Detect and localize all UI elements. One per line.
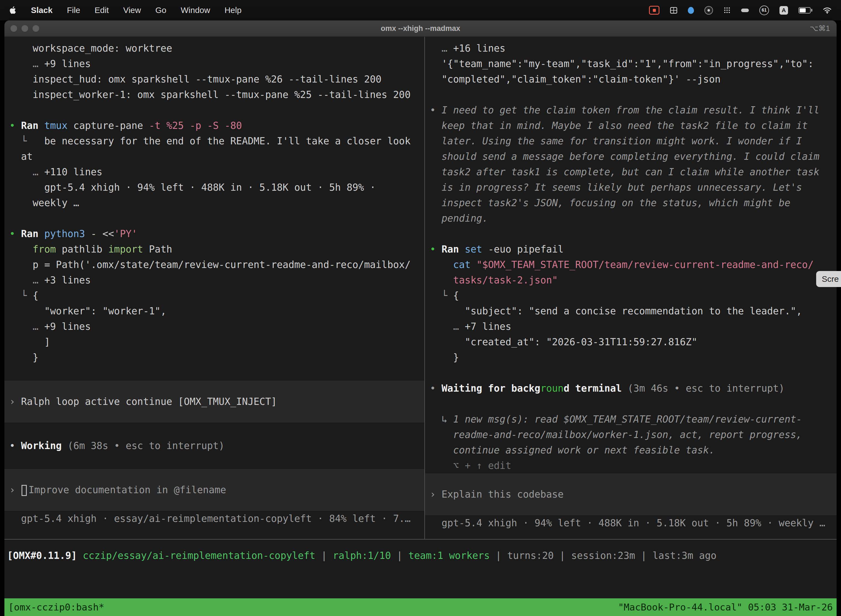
wifi-icon[interactable] [823, 7, 832, 14]
screen: Slack File Edit View Go Window Help 61 A [0, 0, 841, 616]
terminal-line: └ { [4, 288, 424, 303]
terminal-line: • Ran set -euo pipefail [425, 242, 837, 257]
prompt-input-right[interactable]: › Explain this codebase [425, 473, 837, 515]
terminal-line: keep that in mind. Maybe I also need the… [425, 118, 837, 133]
window-grid-icon[interactable] [670, 7, 677, 14]
terminal-line [4, 422, 424, 438]
terminal-line: … +9 lines [4, 319, 424, 334]
session-status-right: gpt-5.4 xhigh · 94% left · 488K in · 5.1… [425, 515, 837, 531]
pill-icon[interactable] [741, 9, 749, 12]
tmux-pane-left[interactable]: workspace_mode: worktree … +9 lines insp… [4, 37, 424, 539]
terminal-line: task2 after task1 is complete, but can I… [425, 164, 837, 180]
battery-icon[interactable] [799, 7, 812, 13]
terminal-line: "completed","claim_token":"claim-token"}… [425, 72, 837, 87]
terminal-line: p = Path('.omx/state/team/review-current… [4, 257, 424, 273]
terminal-line: "subject": "send a concise recommendatio… [425, 303, 837, 319]
left-scrollback: workspace_mode: worktree … +9 lines insp… [4, 41, 424, 381]
terminal-line: weekly … [4, 195, 424, 211]
apple-menu-icon[interactable] [9, 6, 16, 14]
close-button[interactable] [10, 25, 17, 32]
terminal-line: "worker": "worker-1", [4, 303, 424, 319]
terminal-window: omx --xhigh --madmax ⌥⌘1 workspace_mode:… [4, 21, 837, 616]
terminal-line [425, 365, 837, 381]
terminal-line [4, 365, 424, 381]
terminal-line: inspect_hud: omx sparkshell --tmux-pane … [4, 72, 424, 87]
menu-edit[interactable]: Edit [95, 6, 109, 15]
terminal-line: } [425, 350, 837, 365]
zoom-button[interactable] [32, 25, 39, 32]
terminal-line: … +7 lines [425, 319, 837, 334]
menu-file[interactable]: File [67, 6, 80, 15]
badge-count-icon[interactable]: 61 [759, 6, 769, 15]
terminal-line: … +110 lines [4, 164, 424, 180]
terminal-line: should send a message before completing … [425, 149, 837, 164]
terminal-line: "created_at": "2026-03-31T11:59:27.816Z" [425, 334, 837, 350]
omx-hud-pane: [OMX#0.11.9] cczip/essay/ai-reimplementa… [4, 540, 837, 598]
terminal-line [425, 87, 837, 103]
droplet-icon[interactable] [688, 7, 694, 14]
menu-app-name[interactable]: Slack [31, 6, 53, 15]
tmux-panes-row: workspace_mode: worktree … +9 lines insp… [4, 37, 837, 539]
terminal-line: └ be necessary for the end of the README… [4, 133, 424, 149]
terminal-line: gpt-5.4 xhigh · essay/ai-reimplementatio… [4, 511, 424, 526]
terminal-line: └ { [425, 288, 837, 303]
terminal-line: tasks/task-2.json" [425, 273, 837, 288]
working-status: • Working (6m 38s • esc to interrupt) [4, 422, 424, 469]
terminal-line: later. Using the same for transition mig… [425, 133, 837, 149]
terminal-line [4, 453, 424, 469]
terminal-line: • Waiting for background terminal (3m 46… [425, 381, 837, 396]
terminal-line: • Working (6m 38s • esc to interrupt) [4, 438, 424, 453]
terminal-line: pending. [425, 211, 837, 226]
menu-view[interactable]: View [123, 6, 141, 15]
terminal-line: '{"team_name":"my-team","task_id":"1","f… [425, 56, 837, 72]
tmux-status-bar: [omx-cczip0:bash* "MacBook-Pro-44.local"… [4, 598, 837, 616]
terminal-line: • I need to get the claim token from the… [425, 103, 837, 118]
window-title: omx --xhigh --madmax [4, 24, 837, 33]
disc-icon[interactable] [705, 6, 713, 15]
terminal-line: inspect task2's JSON, focusing on the st… [425, 195, 837, 211]
terminal-line: gpt-5.4 xhigh · 94% left · 488K in · 5.1… [425, 515, 837, 531]
terminal-line: cat "$OMX_TEAM_STATE_ROOT/team/review-cu… [425, 257, 837, 273]
tmux-session-window[interactable]: [omx-cczip0:bash* [8, 602, 104, 613]
terminal-line: at [4, 149, 424, 164]
tmux-host-time: "MacBook-Pro-44.local" 05:03 31-Mar-26 [618, 602, 833, 613]
terminal-line: from pathlib import Path [4, 242, 424, 257]
right-scrollback: … +16 lines '{"team_name":"my-team","tas… [425, 41, 837, 473]
menu-help[interactable]: Help [224, 6, 242, 15]
terminal-line: ⌥ + ↑ edit [425, 458, 837, 473]
ralph-loop-banner: › Ralph loop active continue [OMX_TMUX_I… [4, 381, 424, 422]
menu-bar-left: Slack File Edit View Go Window Help [9, 6, 242, 15]
terminal-line: › Improve documentation in @filename [4, 482, 424, 497]
terminal-line [425, 396, 837, 412]
terminal-line: [OMX#0.11.9] cczip/essay/ai-reimplementa… [4, 548, 837, 563]
menu-window[interactable]: Window [181, 6, 210, 15]
text-cursor [22, 485, 27, 496]
terminal-line: readme-and-reco/mailbox/worker-1.json, a… [425, 427, 837, 442]
terminal-line: continue assigned work or next feasible … [425, 442, 837, 458]
screen-recording-indicator-icon[interactable] [649, 6, 659, 15]
terminal-line: … +9 lines [4, 56, 424, 72]
window-shortcut-hint: ⌥⌘1 [810, 24, 830, 33]
prompt-input-left[interactable]: › Improve documentation in @filename [4, 469, 424, 511]
terminal-line: › Explain this codebase [425, 487, 837, 502]
minimize-button[interactable] [22, 25, 28, 32]
input-source-icon[interactable]: A [779, 6, 788, 15]
terminal[interactable]: workspace_mode: worktree … +9 lines insp… [4, 37, 837, 616]
dots-grid-icon[interactable] [724, 7, 731, 14]
menu-bar: Slack File Edit View Go Window Help 61 A [0, 0, 841, 21]
terminal-line [4, 103, 424, 118]
tmux-pane-right[interactable]: … +16 lines '{"team_name":"my-team","tas… [425, 37, 837, 539]
terminal-line: is in progress? It seems likely but perh… [425, 180, 837, 195]
terminal-line: workspace_mode: worktree [4, 41, 424, 56]
title-bar[interactable]: omx --xhigh --madmax ⌥⌘1 [4, 21, 837, 37]
terminal-line [4, 211, 424, 226]
terminal-line: … +16 lines [425, 41, 837, 56]
terminal-line: } [4, 350, 424, 365]
menu-go[interactable]: Go [155, 6, 166, 15]
terminal-line: ] [4, 334, 424, 350]
menu-bar-status-icons: 61 A [649, 6, 832, 15]
session-status-left: gpt-5.4 xhigh · essay/ai-reimplementatio… [4, 511, 424, 526]
omx-hud-status: [OMX#0.11.9] cczip/essay/ai-reimplementa… [4, 548, 837, 563]
terminal-line [425, 226, 837, 242]
terminal-line: › Ralph loop active continue [OMX_TMUX_I… [4, 394, 424, 409]
